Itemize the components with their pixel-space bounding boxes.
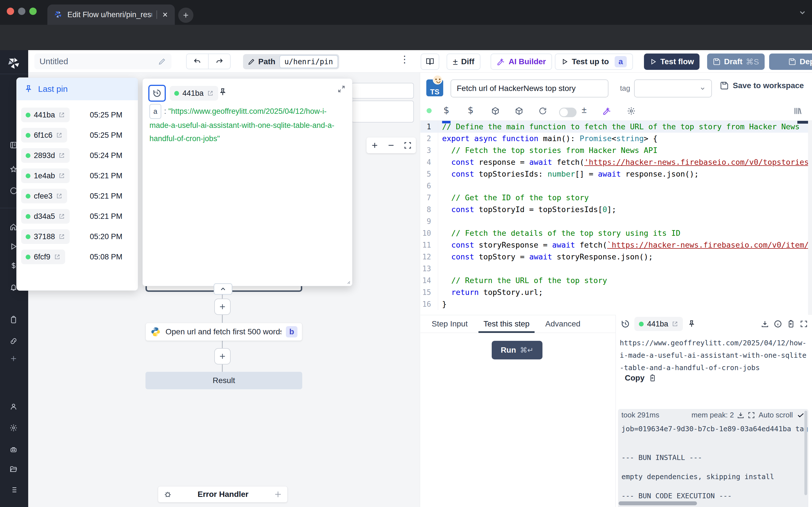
code-line[interactable]: 13 [420,263,812,275]
ai-builder-button[interactable]: AI Builder [491,54,552,70]
external-link-icon[interactable] [56,132,63,138]
code-line[interactable]: 6 [420,180,812,192]
tab-step-input[interactable]: Step Input [432,315,468,333]
tab-search-chevron-icon[interactable] [797,7,808,17]
plus-minus-button[interactable]: ± [581,105,587,115]
code-line[interactable]: 5 const topStoriesIds: number[] = await … [420,168,812,180]
attach-handle-icon[interactable] [274,490,282,499]
windmill-logo-icon[interactable] [7,56,21,70]
resources-icon[interactable]: $ [468,105,473,115]
tag-select[interactable] [634,79,712,98]
diff-toggle[interactable] [559,108,576,117]
refresh-icon[interactable] [538,107,547,115]
pin-run-chip[interactable]: 2893d [21,148,70,163]
code-line[interactable]: 8 const topStoryId = topStoriesIds[0]; [420,204,812,216]
pin-row[interactable]: d34a505:21 PM [17,209,138,224]
editor-scrollbar[interactable] [808,121,812,315]
test-flow-button[interactable]: Test flow [644,54,700,70]
flow-name-field[interactable]: Untitled [35,54,171,69]
close-tab-icon[interactable] [161,11,168,18]
folder-icon[interactable] [9,465,18,473]
pin-row[interactable]: 6fcf905:08 PM [17,249,138,264]
insert-step-button[interactable] [214,348,231,364]
external-link-icon[interactable] [672,321,678,327]
expand-icon[interactable] [337,85,346,93]
history-icon[interactable] [621,320,630,328]
robot-icon[interactable] [9,445,18,454]
history-button[interactable] [148,85,166,102]
code-line[interactable]: 3 // Fetch the top stories from Hacker N… [420,145,812,156]
external-link-icon[interactable] [58,172,65,179]
library-icon[interactable] [793,107,802,115]
draft-button[interactable]: Draft ⌘S [707,54,765,70]
gear-icon[interactable] [627,107,636,115]
pin-row[interactable]: 441ba05:25 PM [17,108,138,122]
pin-run-chip[interactable]: 441ba [170,86,218,101]
clipboard-copy-icon[interactable] [786,320,795,328]
pin-icon[interactable] [688,320,696,328]
pin-row[interactable]: 3718805:20 PM [17,229,138,244]
maximize-window-button[interactable] [29,8,37,15]
package-icon[interactable] [515,107,523,115]
fit-view-icon[interactable] [403,141,412,150]
pin-run-chip[interactable]: 441ba [635,317,683,331]
result-node[interactable]: Result [146,372,302,389]
resize-handle-icon[interactable] [344,278,351,285]
collapse-node-button[interactable] [214,283,232,295]
save-to-workspace-button[interactable]: Save to workspace [720,81,804,90]
code-line[interactable]: 10 // Fetch the details of the top story… [420,227,812,239]
pin-row[interactable]: 2893d05:24 PM [17,148,138,163]
tab-advanced[interactable]: Advanced [545,315,580,333]
pin-run-chip[interactable]: 6fcf9 [21,249,65,264]
code-line[interactable]: 11 const storyResponse = await fetch(`ht… [420,239,812,251]
zoom-out-icon[interactable] [387,141,395,150]
pin-run-chip[interactable]: cfee3 [21,189,67,203]
clipboard-icon[interactable] [9,316,18,324]
diff-button[interactable]: ± Diff [447,54,480,70]
run-button[interactable]: Run ⌘↵ [492,341,543,359]
redo-button[interactable] [209,54,230,69]
code-line[interactable]: 2export async function main(): Promise<s… [420,133,812,145]
external-link-icon[interactable] [56,193,63,200]
code-line[interactable]: 9 [420,216,812,227]
new-tab-button[interactable] [178,8,193,23]
user-icon[interactable] [9,402,18,411]
code-line[interactable]: 14 // Return the URL of the top story [420,275,812,286]
more-options-button[interactable]: ⋮ [400,54,409,65]
package-icon[interactable] [491,107,500,115]
external-link-icon[interactable] [58,152,65,159]
info-icon[interactable] [774,320,782,328]
list-icon[interactable] [9,486,18,494]
log-horizontal-scrollbar[interactable] [619,501,697,505]
pin-row[interactable]: 1e4ab05:21 PM [17,168,138,183]
code-editor[interactable]: 1// Define the main function to fetch th… [420,121,812,315]
fullscreen-icon[interactable] [748,411,755,419]
gear-icon[interactable] [9,424,18,432]
docs-button[interactable] [421,54,439,70]
browser-tab[interactable]: Edit Flow u/henri/pin_results [47,4,175,25]
code-line[interactable]: 12 const topStory = await storyResponse.… [420,251,812,263]
zoom-in-icon[interactable] [370,141,379,150]
fullscreen-icon[interactable] [800,320,808,328]
pin-row[interactable]: cfee305:21 PM [17,189,138,203]
deploy-button[interactable]: Deploy [769,54,812,70]
python-step-node[interactable]: Open url and fetch first 500 words of ..… [146,323,302,341]
error-handler-node[interactable]: Error Handler [158,486,288,503]
minimize-window-button[interactable] [18,8,26,15]
code-line[interactable]: 16} [420,298,812,310]
path-button[interactable]: Path u/henri/pin [243,54,339,69]
download-icon[interactable] [737,411,745,419]
log-panel[interactable]: took 291ms mem peak: 2 Auto scroll job=0… [618,409,808,507]
pin-icon[interactable] [218,88,227,97]
pin-row[interactable]: 6f1c605:25 PM [17,128,138,143]
external-link-icon[interactable] [58,233,65,240]
plus-icon[interactable] [9,354,18,363]
pin-run-chip[interactable]: 441ba [21,108,70,122]
checkmark-icon[interactable] [797,411,805,419]
code-line[interactable]: 1// Define the main function to fetch th… [420,121,812,133]
test-up-to-button[interactable]: Test up to a [555,54,633,70]
magic-wand-icon[interactable] [603,107,612,115]
external-link-icon[interactable] [58,112,65,118]
pin-run-chip[interactable]: d34a5 [21,209,70,224]
insert-step-button[interactable] [214,298,231,315]
